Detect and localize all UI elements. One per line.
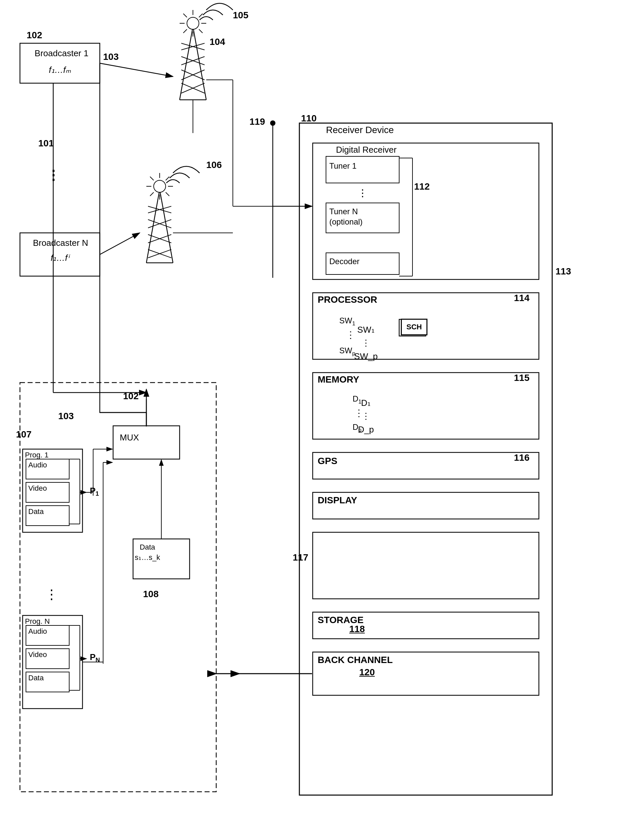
- svg-line-38: [150, 177, 154, 180]
- svg-line-6: [181, 43, 205, 50]
- ref-115: 115: [514, 373, 530, 383]
- svg-line-5: [181, 43, 205, 50]
- data1-label: Data: [28, 507, 43, 516]
- svg-line-9: [181, 70, 205, 80]
- svg-line-43: [100, 233, 140, 254]
- swp-label: SWp: [339, 346, 355, 357]
- svg-line-28: [148, 219, 171, 228]
- ref-108: 108: [143, 589, 159, 600]
- digital-receiver-label: Digital Receiver: [336, 145, 397, 155]
- svg-line-10: [181, 70, 205, 80]
- svg-point-33: [154, 180, 166, 192]
- ref-106: 106: [206, 160, 222, 170]
- progN-label: Prog. N: [25, 617, 50, 626]
- ref-102-top: 102: [27, 30, 42, 41]
- svg-point-81: [270, 120, 275, 126]
- svg-line-42: [100, 63, 173, 77]
- mux-label: MUX: [120, 432, 139, 443]
- ref-103-bottom: 103: [58, 411, 74, 421]
- svg-text:⋮: ⋮: [45, 587, 58, 602]
- gps-label: GPS: [318, 456, 337, 466]
- svg-line-39: [166, 192, 169, 196]
- broadcaster1-freq: f₁…fₘ: [33, 65, 86, 75]
- svg-line-8: [181, 56, 205, 65]
- sch-box: SCH: [401, 319, 427, 335]
- svg-rect-57: [20, 382, 216, 792]
- svg-text:SW_p: SW_p: [354, 351, 378, 361]
- data2-label: Data: [28, 674, 43, 682]
- broadcasterN-label: Broadcaster N: [24, 238, 97, 248]
- svg-line-23: [160, 190, 173, 263]
- audio2-label: Audio: [28, 627, 47, 636]
- d1-label: D1: [353, 394, 362, 405]
- ref-110: 110: [301, 113, 317, 124]
- svg-rect-52: [313, 453, 539, 479]
- svg-line-18: [183, 14, 187, 17]
- svg-text:D₁: D₁: [361, 398, 371, 408]
- svg-line-19: [199, 29, 203, 33]
- svg-line-20: [199, 14, 203, 17]
- pN-label: PN: [90, 652, 100, 664]
- back-channel-label: BACK CHANNEL: [318, 655, 393, 666]
- prog1-label: Prog. 1: [25, 451, 48, 459]
- dots-sw: ⋮: [346, 330, 355, 340]
- svg-text:⋮: ⋮: [46, 168, 60, 182]
- svg-line-40: [166, 177, 169, 180]
- ref-119: 119: [250, 117, 265, 127]
- svg-text:⋮: ⋮: [358, 187, 368, 198]
- ref-114: 114: [514, 293, 530, 303]
- ref-112: 112: [414, 181, 430, 192]
- ref-117: 117: [293, 552, 308, 563]
- ref-113: 113: [555, 266, 571, 277]
- tuner1-label: Tuner 1: [329, 162, 357, 171]
- ref-101: 101: [38, 138, 54, 149]
- diagram-svg: ⋮: [0, 0, 640, 840]
- dots-d: ⋮: [354, 408, 363, 419]
- ref-104: 104: [210, 37, 225, 47]
- svg-line-2: [180, 27, 193, 100]
- svg-line-11: [181, 83, 205, 93]
- svg-line-26: [148, 206, 171, 213]
- tunerN-label: Tuner N(optional): [329, 206, 363, 227]
- video1-label: Video: [28, 484, 47, 493]
- svg-line-31: [148, 250, 171, 258]
- svg-line-27: [148, 219, 171, 228]
- broadcasterN-freq: f₁…fⁱ: [33, 253, 86, 263]
- ref-116: 116: [514, 453, 530, 463]
- ref-103-top: 103: [103, 51, 119, 62]
- svg-line-30: [148, 235, 171, 243]
- memory-label: MEMORY: [318, 374, 359, 385]
- processor-label: PROCESSOR: [318, 294, 377, 305]
- sw1-label: SW1: [339, 316, 355, 327]
- svg-text:⋮: ⋮: [362, 338, 370, 348]
- svg-line-3: [193, 27, 206, 100]
- svg-rect-54: [313, 532, 539, 599]
- ref-107: 107: [16, 429, 32, 440]
- broadcaster1-label: Broadcaster 1: [25, 48, 98, 59]
- receiver-device-label: Receiver Device: [326, 125, 394, 135]
- diagram: ⋮: [0, 0, 640, 840]
- svg-line-12: [181, 83, 205, 93]
- svg-line-41: [150, 192, 154, 196]
- ref-102-bottom: 102: [123, 391, 139, 402]
- p1-label: P1: [90, 486, 99, 498]
- ref-105: 105: [233, 10, 248, 21]
- ref-118-label: 118: [349, 624, 365, 634]
- svg-line-7: [181, 56, 205, 65]
- svg-point-13: [187, 17, 199, 29]
- video2-label: Video: [28, 650, 47, 659]
- dp-label: Dp: [353, 422, 362, 434]
- svg-line-32: [148, 250, 171, 258]
- display-label: DISPLAY: [318, 495, 357, 506]
- svg-line-25: [148, 206, 171, 213]
- svg-line-22: [146, 190, 160, 263]
- decoder-label: Decoder: [329, 257, 360, 266]
- svg-text:SW₁: SW₁: [357, 325, 374, 335]
- ref-120-label: 120: [359, 667, 375, 678]
- audio1-label: Audio: [28, 461, 47, 469]
- svg-line-21: [183, 29, 187, 33]
- svg-line-29: [148, 235, 171, 243]
- data-sk-label: Datas₁…s_k: [135, 542, 160, 563]
